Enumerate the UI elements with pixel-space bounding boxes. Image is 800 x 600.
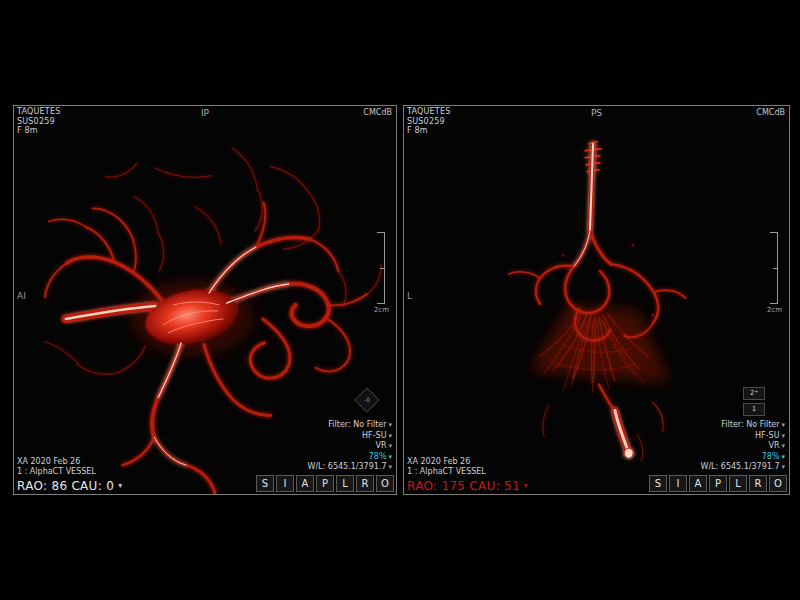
orient-button-p[interactable]: P xyxy=(709,475,727,492)
scale-label: 2cm xyxy=(767,306,782,314)
orient-button-o[interactable]: O xyxy=(769,475,787,492)
orientation-cube-label: -0 xyxy=(359,392,375,408)
institution-label: CMCdB xyxy=(756,108,785,117)
series-info: XA 2020 Feb 26 1 : AlphaCT VESSEL xyxy=(17,457,96,477)
patient-id: SUS0259 xyxy=(17,117,60,127)
chevron-down-icon: ▾ xyxy=(781,432,785,440)
orient-button-s[interactable]: S xyxy=(649,475,667,492)
window-level-dropdown[interactable]: W/L: 6545.1/3791.7▾ xyxy=(308,462,393,473)
chevron-down-icon: ▾ xyxy=(388,432,392,440)
modality-date: XA 2020 Feb 26 xyxy=(407,457,486,467)
projection-angle-dropdown[interactable]: RAO: 175 CAU: 51 ▾ xyxy=(407,479,528,493)
render-settings: Filter: No Filter▾ HF-SU▾ VR▾ 78%▾ W/L: … xyxy=(701,420,786,473)
orientation-marker-top: IP xyxy=(201,108,209,118)
series-description: 1 : AlphaCT VESSEL xyxy=(407,467,486,477)
viewport-right[interactable]: TAQUETES SUS0259 F 8m PS CMCdB L 2cm 2⁺ … xyxy=(403,105,790,495)
orient-button-i[interactable]: I xyxy=(669,475,687,492)
stage-buttons: 2⁺ 1 xyxy=(743,387,765,416)
orient-button-o[interactable]: O xyxy=(376,475,394,492)
scale-ruler xyxy=(377,232,385,304)
orient-button-p[interactable]: P xyxy=(316,475,334,492)
orient-button-i[interactable]: I xyxy=(276,475,294,492)
viewport-left[interactable]: TAQUETES SUS0259 F 8m IP CMCdB AI 2cm -0… xyxy=(13,105,397,495)
render-mode-dropdown[interactable]: VR▾ xyxy=(308,441,393,452)
patient-demographics: F 8m xyxy=(17,126,60,136)
orient-button-a[interactable]: A xyxy=(296,475,314,492)
kernel-dropdown[interactable]: HF-SU▾ xyxy=(308,431,393,442)
window-level-dropdown[interactable]: W/L: 6545.1/3791.7▾ xyxy=(701,462,786,473)
projection-angle-dropdown[interactable]: RAO: 86 CAU: 0 ▾ xyxy=(17,479,123,493)
stage-button-2[interactable]: 2⁺ xyxy=(743,387,765,400)
orient-button-l[interactable]: L xyxy=(729,475,747,492)
chevron-down-icon: ▾ xyxy=(781,453,785,461)
orientation-marker-top: PS xyxy=(591,108,602,118)
chevron-down-icon: ▾ xyxy=(781,463,785,471)
opacity-dropdown[interactable]: 78%▾ xyxy=(701,452,786,463)
institution-label: CMCdB xyxy=(363,108,392,117)
projection-angle-value: RAO: 86 CAU: 0 xyxy=(17,479,114,493)
patient-name: TAQUETES xyxy=(407,107,450,117)
orient-button-r[interactable]: R xyxy=(356,475,374,492)
patient-info: TAQUETES SUS0259 F 8m xyxy=(17,107,60,136)
chevron-down-icon: ▾ xyxy=(524,481,528,490)
orientation-toolbar: S I A P L R O xyxy=(649,475,787,492)
orient-button-s[interactable]: S xyxy=(256,475,274,492)
patient-demographics: F 8m xyxy=(407,126,450,136)
patient-name: TAQUETES xyxy=(17,107,60,117)
orientation-marker-side: L xyxy=(407,291,412,301)
filter-dropdown[interactable]: Filter: No Filter▾ xyxy=(308,420,393,431)
orient-button-a[interactable]: A xyxy=(689,475,707,492)
filter-dropdown[interactable]: Filter: No Filter▾ xyxy=(701,420,786,431)
render-settings: Filter: No Filter▾ HF-SU▾ VR▾ 78%▾ W/L: … xyxy=(308,420,393,473)
orientation-toolbar: S I A P L R O xyxy=(256,475,394,492)
chevron-down-icon: ▾ xyxy=(388,421,392,429)
render-mode-dropdown[interactable]: VR▾ xyxy=(701,441,786,452)
chevron-down-icon: ▾ xyxy=(388,453,392,461)
patient-id: SUS0259 xyxy=(407,117,450,127)
workstation-screen: TAQUETES SUS0259 F 8m IP CMCdB AI 2cm -0… xyxy=(0,0,800,600)
scale-label: 2cm xyxy=(374,306,389,314)
chevron-down-icon: ▾ xyxy=(781,421,785,429)
orient-button-l[interactable]: L xyxy=(336,475,354,492)
projection-angle-value: RAO: 175 CAU: 51 xyxy=(407,479,520,493)
series-info: XA 2020 Feb 26 1 : AlphaCT VESSEL xyxy=(407,457,486,477)
orient-button-r[interactable]: R xyxy=(749,475,767,492)
chevron-down-icon: ▾ xyxy=(118,481,122,490)
scale-ruler xyxy=(770,232,778,304)
chevron-down-icon: ▾ xyxy=(781,442,785,450)
chevron-down-icon: ▾ xyxy=(388,463,392,471)
patient-info: TAQUETES SUS0259 F 8m xyxy=(407,107,450,136)
stage-button-1[interactable]: 1 xyxy=(743,403,765,416)
opacity-dropdown[interactable]: 78%▾ xyxy=(308,452,393,463)
orientation-marker-side: AI xyxy=(17,291,26,301)
series-description: 1 : AlphaCT VESSEL xyxy=(17,467,96,477)
chevron-down-icon: ▾ xyxy=(388,442,392,450)
kernel-dropdown[interactable]: HF-SU▾ xyxy=(701,431,786,442)
modality-date: XA 2020 Feb 26 xyxy=(17,457,96,467)
